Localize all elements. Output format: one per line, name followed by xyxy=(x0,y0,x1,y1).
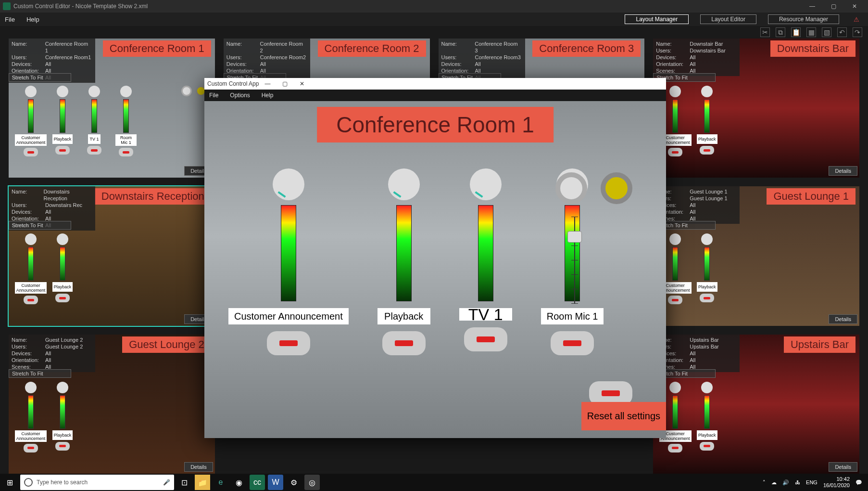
redo-icon[interactable]: ↷ xyxy=(853,27,862,37)
search-icon xyxy=(24,478,33,487)
layout-tile[interactable]: Guest Lounge 1Name:Guest Lounge 1Users:G… xyxy=(653,186,859,325)
preview-menu-options[interactable]: Options xyxy=(230,92,250,99)
window-minimize[interactable]: — xyxy=(802,0,823,13)
app-taskbar-icon[interactable]: cc xyxy=(250,475,265,490)
knob[interactable] xyxy=(88,86,100,97)
task-view-icon[interactable]: ⊡ xyxy=(176,475,192,490)
channel-knob[interactable] xyxy=(273,168,304,200)
knob[interactable] xyxy=(120,86,132,97)
stretch-dropdown[interactable]: Stretch To Fit xyxy=(9,369,71,378)
windows-taskbar: ⊞ Type here to search 🎤 ⊡ 📁 e ◉ cc W ⚙ ◎… xyxy=(0,474,868,491)
notification-icon[interactable]: 💬 xyxy=(855,479,862,486)
mute-button[interactable] xyxy=(55,294,70,302)
mute-button[interactable] xyxy=(87,146,101,155)
system-tray: ˄ ☁ 🔊 🖧 ENG 10:4216/01/2020 💬 xyxy=(763,476,868,489)
channel-knob[interactable] xyxy=(470,168,502,200)
tile-banner: Conference Room 2 xyxy=(318,40,426,57)
layout-tile[interactable]: Downstairs ReceptionName:Downstairs Rece… xyxy=(9,186,215,325)
search-box[interactable]: Type here to search 🎤 xyxy=(20,475,174,490)
preview-menu-help[interactable]: Help xyxy=(262,92,274,99)
app2-taskbar-icon[interactable]: ◎ xyxy=(304,475,320,490)
level-meter xyxy=(60,395,65,429)
mute-button[interactable] xyxy=(24,444,38,452)
tab-layout-manager[interactable]: Layout Manager xyxy=(625,14,689,24)
details-button[interactable]: Details xyxy=(184,462,213,472)
channel-mute-button[interactable] xyxy=(464,327,507,351)
preview-close[interactable]: ✕ xyxy=(293,78,311,90)
channel-mute-button[interactable] xyxy=(551,331,594,355)
mute-button[interactable] xyxy=(668,148,682,156)
indicator-off[interactable] xyxy=(181,86,192,96)
indicator-on[interactable] xyxy=(601,172,632,204)
knob[interactable] xyxy=(25,233,37,245)
mute-button[interactable] xyxy=(24,296,38,304)
mute-button[interactable] xyxy=(55,146,70,155)
start-button[interactable]: ⊞ xyxy=(0,474,19,491)
edge-icon[interactable]: e xyxy=(213,475,228,490)
tray-volume-icon[interactable]: 🔊 xyxy=(782,479,789,486)
mic-icon[interactable]: 🎤 xyxy=(163,479,170,486)
mute-button[interactable] xyxy=(668,444,682,452)
tab-layout-editor[interactable]: Layout Editor xyxy=(700,14,756,24)
knob[interactable] xyxy=(701,86,713,97)
knob[interactable] xyxy=(669,86,681,97)
ungroup-icon[interactable]: ▧ xyxy=(822,27,831,37)
preview-minimize[interactable]: — xyxy=(259,78,276,90)
knob[interactable] xyxy=(25,86,37,97)
knob[interactable] xyxy=(25,382,37,393)
indicator-off[interactable] xyxy=(555,172,587,204)
stretch-dropdown[interactable]: Stretch To Fit xyxy=(9,221,71,230)
mute-button[interactable] xyxy=(700,294,714,302)
tray-cloud-icon[interactable]: ☁ xyxy=(771,479,777,486)
stretch-dropdown[interactable]: Stretch To Fit xyxy=(9,73,71,82)
preview-menu-file[interactable]: File xyxy=(209,92,218,99)
mute-button[interactable] xyxy=(700,146,714,155)
cut-icon[interactable]: ✂ xyxy=(760,27,770,37)
knob[interactable] xyxy=(57,382,68,393)
channel-label: Customer Announcement xyxy=(228,308,349,324)
menu-help[interactable]: Help xyxy=(26,16,39,23)
tray-network-icon[interactable]: 🖧 xyxy=(795,479,800,485)
channel-mute-button[interactable] xyxy=(267,331,310,355)
preview-maximize[interactable]: ▢ xyxy=(276,78,293,90)
taskbar-clock[interactable]: 10:4216/01/2020 xyxy=(823,476,850,489)
mute-button[interactable] xyxy=(55,442,70,451)
settings-icon[interactable]: ⚙ xyxy=(286,475,302,490)
knob[interactable] xyxy=(701,382,713,393)
knob[interactable] xyxy=(669,233,681,245)
channel-knob[interactable] xyxy=(388,168,420,200)
channel-mute-button[interactable] xyxy=(382,331,426,355)
layout-tile[interactable]: Guest Lounge 2Name:Guest Lounge 2Users:G… xyxy=(9,335,215,474)
knob[interactable] xyxy=(57,233,68,245)
layout-tile[interactable]: Upstairs BarName:Upstairs BarUsers:Upsta… xyxy=(653,335,859,474)
mute-button[interactable] xyxy=(700,442,714,451)
undo-icon[interactable]: ↶ xyxy=(837,27,847,37)
copy-icon[interactable]: ⧉ xyxy=(776,27,785,37)
details-button[interactable]: Details xyxy=(829,314,857,324)
window-close[interactable]: ✕ xyxy=(844,0,865,13)
level-slider[interactable] xyxy=(565,217,584,303)
layout-tile[interactable]: Downstairs BarName:Downstair BarUsers:Do… xyxy=(653,39,859,178)
knob[interactable] xyxy=(57,86,68,97)
tray-chevron-icon[interactable]: ˄ xyxy=(763,479,766,486)
tray-lang[interactable]: ENG xyxy=(806,479,818,485)
knob[interactable] xyxy=(669,382,681,393)
chrome-icon[interactable]: ◉ xyxy=(231,475,247,490)
details-button[interactable]: Details xyxy=(829,166,857,176)
window-maximize[interactable]: ▢ xyxy=(823,0,844,13)
word-icon[interactable]: W xyxy=(268,475,283,490)
explorer-icon[interactable]: 📁 xyxy=(195,475,210,490)
tab-resource-manager[interactable]: Resource Manager xyxy=(768,14,839,24)
layout-tile[interactable]: Conference Room 1Name:Conference Room 1U… xyxy=(9,39,215,178)
slider-handle[interactable] xyxy=(567,231,582,243)
details-button[interactable]: Details xyxy=(829,462,857,472)
mute-button[interactable] xyxy=(668,296,682,304)
mute-button[interactable] xyxy=(119,148,133,156)
mute-button[interactable] xyxy=(24,148,38,156)
group-icon[interactable]: ▦ xyxy=(806,27,816,37)
reset-all-button[interactable]: Reset all settings xyxy=(581,402,666,430)
menu-file[interactable]: File xyxy=(5,16,15,23)
level-meter xyxy=(704,395,710,429)
paste-icon[interactable]: 📋 xyxy=(791,27,801,37)
knob[interactable] xyxy=(701,233,713,245)
